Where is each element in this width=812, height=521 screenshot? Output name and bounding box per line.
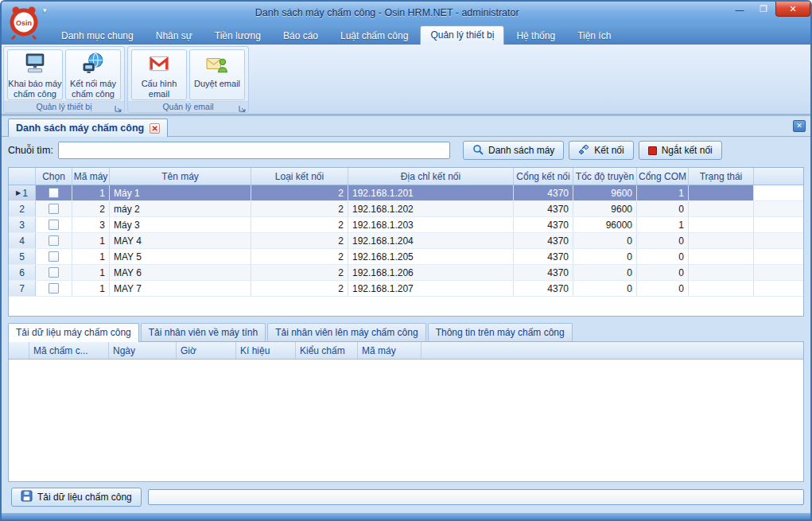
cell-trang-thai — [689, 201, 754, 216]
row-indicator: ▶1 — [9, 185, 36, 200]
device-connect-icon — [82, 52, 104, 77]
dialog-launcher-icon[interactable] — [239, 104, 246, 113]
cell-loai-ket-noi: 2 — [251, 249, 348, 264]
header-loai-ket-noi[interactable]: Loại kết nối — [251, 168, 348, 185]
logo-text: Osin — [16, 19, 32, 27]
panel-close-button[interactable]: ✕ — [793, 120, 806, 132]
cell-dia-chi: 192.168.1.206 — [348, 265, 514, 280]
plug-icon — [578, 144, 589, 157]
header-cong-com[interactable]: Cổng COM — [637, 168, 689, 185]
detail-header-gio[interactable]: Giờ — [177, 342, 236, 359]
row-checkbox[interactable] — [49, 188, 59, 198]
row-checkbox[interactable] — [49, 283, 59, 294]
search-input[interactable] — [58, 142, 450, 159]
ribbon-tab[interactable]: Tiền lương — [204, 27, 271, 45]
row-number: 2 — [19, 204, 25, 215]
row-number: 6 — [19, 267, 25, 278]
detail-header-ngay[interactable]: Ngày — [109, 342, 177, 359]
row-checkbox[interactable] — [49, 204, 59, 214]
cell-cong-ket-noi: 4370 — [514, 185, 573, 200]
maximize-button[interactable]: ❐ — [752, 2, 775, 17]
download-attendance-label: Tải dữ liệu chấm công — [37, 492, 132, 503]
cell-toc-do: 0 — [573, 233, 637, 248]
cell-ma-may: 1 — [72, 265, 110, 280]
cell-cong-com: 0 — [637, 233, 689, 248]
app-logo-icon[interactable]: Osin — [8, 5, 40, 40]
document-tab-device-list[interactable]: Danh sách máy chấm công ✕ — [8, 119, 168, 137]
header-chon[interactable]: Chọn — [36, 168, 72, 185]
detail-tab[interactable]: Thông tin trên máy chấm công — [428, 323, 573, 341]
cell-cong-com: 0 — [637, 265, 689, 280]
tab-close-icon[interactable]: ✕ — [150, 123, 160, 134]
ribbon-tab[interactable]: Quản lý thiết bị — [420, 25, 504, 45]
cell-cong-ket-noi: 4370 — [514, 281, 573, 296]
header-toc-do[interactable]: Tốc độ truyền — [573, 168, 637, 185]
row-checkbox[interactable] — [49, 220, 59, 230]
ribbon-group-devices-label: Quản lý thiết bị — [36, 102, 91, 111]
detail-tab[interactable]: Tải dữ liệu máy chấm công — [8, 323, 139, 342]
detail-tabstrip: Tải dữ liệu máy chấm côngTải nhân viên v… — [8, 323, 804, 341]
detail-header-ma-cham-cong[interactable]: Mã chấm c... — [29, 342, 109, 359]
cell-ma-may: 3 — [72, 217, 110, 232]
device-declare-icon — [24, 52, 46, 77]
download-attendance-button[interactable]: Tải dữ liệu chấm công — [11, 488, 142, 507]
ribbon-tab[interactable]: Nhân sự — [146, 27, 203, 45]
ribbon-body: Khai báo máy chấm công Kết nối máy chấm … — [2, 45, 810, 115]
header-cong-ket-noi[interactable]: Cổng kết nối — [514, 168, 573, 185]
row-filler — [754, 265, 803, 280]
email-browse-button[interactable]: Duyệt email — [189, 49, 245, 100]
disconnect-button[interactable]: Ngắt kết nối — [639, 141, 722, 160]
row-select-cell — [36, 185, 72, 200]
detail-header-ma-may[interactable]: Mã máy — [358, 342, 422, 359]
status-strip — [2, 513, 810, 519]
row-indicator: 5 — [9, 249, 36, 264]
detail-grid-header: Mã chấm c... Ngày Giờ Kí hiệu Kiểu chấm … — [9, 342, 803, 360]
row-checkbox[interactable] — [49, 267, 59, 278]
device-row[interactable]: ▶11Máy 12192.168.1.201437096001 — [9, 185, 803, 201]
row-select-cell — [36, 217, 72, 232]
detail-header-kieu-cham[interactable]: Kiểu chấm — [296, 342, 358, 359]
row-checkbox[interactable] — [49, 235, 59, 246]
dialog-launcher-icon[interactable] — [115, 104, 122, 113]
connect-device-button[interactable]: Kết nối máy chấm công — [65, 49, 121, 100]
detail-header-ki-hieu[interactable]: Kí hiệu — [236, 342, 296, 359]
header-trang-thai[interactable]: Trạng thái — [689, 168, 754, 185]
ribbon-tab[interactable]: Luật chấm công — [330, 27, 418, 45]
row-filler — [754, 281, 803, 296]
device-row[interactable]: 51MAY 52192.168.1.205437000 — [9, 249, 803, 265]
header-dia-chi[interactable]: Địa chỉ kết nối — [348, 168, 514, 185]
connect-button[interactable]: Kết nối — [569, 141, 633, 160]
cell-dia-chi: 192.168.1.207 — [348, 281, 514, 296]
device-row[interactable]: 71MAY 72192.168.1.207437000 — [9, 281, 803, 297]
device-list-button[interactable]: Danh sách máy — [463, 141, 564, 160]
row-indicator: 3 — [9, 217, 36, 232]
cell-toc-do: 96000 — [573, 217, 637, 232]
detail-tab[interactable]: Tải nhân viên lên máy chấm công — [267, 323, 425, 341]
device-row[interactable]: 22máy 22192.168.1.202437096000 — [9, 201, 803, 217]
cell-loai-ket-noi: 2 — [251, 201, 348, 216]
close-button[interactable]: ✕ — [775, 2, 810, 17]
ribbon-group-email-label: Quản lý email — [162, 102, 213, 111]
ribbon-tab[interactable]: Tiện ích — [567, 27, 621, 45]
email-config-button[interactable]: Cấu hình email — [131, 49, 187, 100]
cell-cong-com: 0 — [637, 281, 689, 296]
row-checkbox[interactable] — [49, 251, 59, 262]
cell-ten-may: MAY 4 — [110, 233, 251, 248]
ribbon-tab[interactable]: Báo cáo — [273, 27, 328, 45]
device-row[interactable]: 33Máy 32192.168.1.2034370960001 — [9, 217, 803, 233]
declare-device-button[interactable]: Khai báo máy chấm công — [7, 49, 63, 100]
ribbon-tab[interactable]: Danh mục chung — [51, 27, 144, 45]
minimize-button[interactable]: — — [728, 2, 752, 17]
current-row-arrow-icon: ▶ — [16, 189, 21, 196]
ribbon-group-devices: Khai báo máy chấm công Kết nối máy chấm … — [3, 46, 125, 113]
window-title: Danh sách máy chấm công - Osin HRM.NET -… — [47, 2, 728, 18]
cell-trang-thai — [689, 265, 754, 280]
ribbon-tab[interactable]: Hệ thống — [506, 27, 565, 45]
header-ma-may[interactable]: Mã máy — [72, 168, 110, 185]
device-row[interactable]: 41MAY 42192.168.1.204437000 — [9, 233, 803, 249]
device-row[interactable]: 61MAY 62192.168.1.206437000 — [9, 265, 803, 281]
cell-ma-may: 1 — [72, 185, 110, 200]
detail-tab[interactable]: Tải nhân viên về máy tính — [141, 323, 266, 341]
declare-device-label: Khai báo máy chấm công — [8, 79, 62, 99]
header-ten-may[interactable]: Tên máy — [110, 168, 251, 185]
